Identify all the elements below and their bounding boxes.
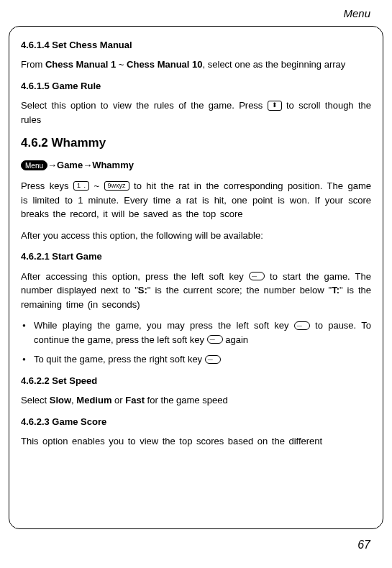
text: ~ <box>89 180 104 191</box>
text: Select <box>21 395 50 406</box>
bullet-list: While playing the game, you may press th… <box>21 319 371 367</box>
heading-4614: 4.6.1.4 Set Chess Manual <box>21 38 371 52</box>
page-number: 67 <box>0 529 392 554</box>
breadcrumb: Menu→Game→Whammy <box>21 158 371 173</box>
text-bold: T: <box>332 285 339 296</box>
list-item: While playing the game, you may press th… <box>34 319 371 347</box>
text-bold: Chess Manual 1 <box>45 59 116 70</box>
arrow-icon: → <box>47 160 57 170</box>
heading-4615: 4.6.1.5 Game Rule <box>21 79 371 93</box>
left-softkey-icon <box>294 321 310 330</box>
content-container: 4.6.1.4 Set Chess Manual From Chess Manu… <box>9 26 383 529</box>
paragraph: Select this option to view the rules of … <box>21 99 371 127</box>
text-bold: Fast <box>125 395 145 406</box>
text: After accessing this option, press the l… <box>21 271 249 282</box>
text: Select this option to view the rules of … <box>21 100 268 111</box>
paragraph: After accessing this option, press the l… <box>21 270 371 312</box>
text-bold: Chess Manual 10 <box>127 59 203 70</box>
page-header: Menu <box>0 0 392 26</box>
key-9-icon: 9wxyz <box>104 181 129 191</box>
text: , select one as the beginning array <box>203 59 346 70</box>
list-item: To quit the game, press the right soft k… <box>34 352 371 367</box>
nav-key-icon <box>268 101 282 111</box>
key-1-icon: 1 . <box>73 181 89 191</box>
text-bold: Medium <box>76 395 111 406</box>
text: again <box>223 334 248 345</box>
left-softkey-icon <box>207 335 223 344</box>
heading-4621: 4.6.2.1 Start Game <box>21 249 371 264</box>
paragraph: Select Slow, Medium or Fast for the game… <box>21 393 371 408</box>
right-softkey-icon <box>205 355 221 364</box>
text: " is the current score; the number below… <box>147 285 332 296</box>
paragraph: This option enables you to view the top … <box>21 434 371 449</box>
heading-462: 4.6.2 Whammy <box>21 134 371 152</box>
text: While playing the game, you may press th… <box>34 320 294 331</box>
text: Press keys <box>21 180 73 191</box>
text: or <box>111 395 125 406</box>
paragraph: From Chess Manual 1 ~ Chess Manual 10, s… <box>21 58 371 72</box>
text: To quit the game, press the right soft k… <box>34 354 205 365</box>
text: From <box>21 59 45 70</box>
breadcrumb-item: Game <box>57 160 83 170</box>
paragraph: Press keys 1 . ~ 9wxyz to hit the rat in… <box>21 179 371 221</box>
left-softkey-icon <box>249 272 265 280</box>
menu-badge-icon: Menu <box>21 160 47 170</box>
text-bold: S: <box>138 285 147 296</box>
heading-4622: 4.6.2.2 Set Speed <box>21 374 371 388</box>
arrow-icon: → <box>83 160 92 170</box>
text: ~ <box>116 59 127 70</box>
heading-4623: 4.6.2.3 Game Score <box>21 415 371 429</box>
paragraph: After you access this option, the follow… <box>21 229 371 243</box>
text-bold: Slow <box>50 395 71 406</box>
text: for the game speed <box>145 395 228 406</box>
breadcrumb-item: Whammy <box>92 160 134 170</box>
